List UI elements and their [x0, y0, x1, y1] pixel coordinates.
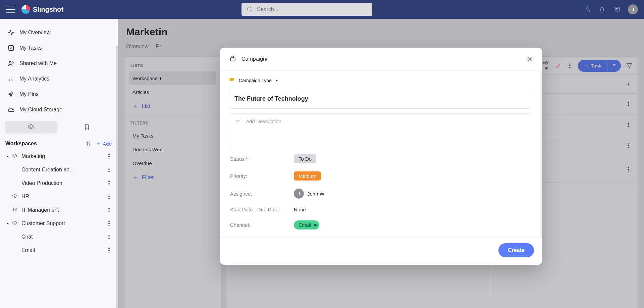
search-icon [246, 6, 253, 13]
workspaces-header: Workspaces Add [3, 138, 114, 150]
assignee-name: John W [307, 191, 324, 197]
more-icon[interactable] [106, 207, 112, 213]
search-box[interactable] [241, 3, 372, 16]
ws-customer-support[interactable]: Customer Support [3, 217, 114, 230]
bell-icon[interactable] [598, 6, 606, 13]
more-icon[interactable] [106, 247, 112, 254]
campaign-type-label: Campaign Type [239, 78, 272, 83]
priority-chip[interactable]: Medium [294, 171, 321, 181]
more-icon[interactable] [106, 166, 112, 173]
chevron-down-icon [5, 154, 10, 159]
nav-analytics[interactable]: My Analytics [3, 71, 114, 87]
brand[interactable]: Slingshot [21, 5, 63, 14]
dates-value[interactable]: None [294, 207, 306, 212]
channel-chip[interactable]: Email [294, 220, 319, 229]
description-field[interactable]: Add Description [229, 113, 531, 150]
assignee-value[interactable]: J John W [294, 189, 324, 199]
svg-marker-15 [12, 154, 17, 156]
dates-label: Start Date - Due Date: [230, 207, 294, 212]
checkbox-icon [7, 44, 15, 52]
sort-icon[interactable] [85, 140, 92, 147]
chat-icon[interactable] [613, 6, 621, 13]
more-icon[interactable] [106, 180, 112, 187]
channel-value: Email [299, 222, 311, 228]
status-field: Status:* To Do [229, 150, 531, 167]
topbar-actions: J [584, 4, 638, 14]
svg-point-24 [109, 185, 110, 186]
menu-icon[interactable] [6, 6, 15, 13]
sparkle-icon[interactable] [584, 6, 591, 13]
bookmark-icon [83, 123, 91, 131]
description-icon [234, 118, 241, 125]
ws-label: Customer Support [21, 220, 65, 226]
avatar[interactable]: J [628, 4, 638, 14]
modal-body: 🤝 Campaign Type Add Description Status:*… [220, 71, 542, 238]
add-label: Add [103, 141, 112, 147]
ws-label: Content Creation an… [21, 167, 75, 173]
add-workspace-button[interactable]: Add [95, 141, 112, 147]
cloud-icon [7, 106, 15, 113]
nav-label: Shared with Me [19, 60, 57, 66]
create-button[interactable]: Create [498, 243, 534, 257]
ws-email[interactable]: Email [3, 244, 114, 257]
activity-icon [7, 29, 15, 36]
campaign-icon [229, 55, 237, 63]
toggle-bookmarks[interactable] [61, 121, 113, 134]
status-chip[interactable]: To Do [294, 154, 316, 163]
nav-label: My Analytics [19, 76, 49, 82]
ws-label: Email [21, 247, 35, 253]
layers-icon [11, 193, 18, 200]
ws-it-management[interactable]: IT Management [3, 203, 114, 217]
ws-label: IT Management [21, 207, 59, 213]
channel-field: Channel: Email [229, 216, 531, 234]
brand-name: Slingshot [33, 6, 63, 13]
search-input[interactable] [257, 6, 368, 12]
ws-hr[interactable]: HR [3, 190, 114, 203]
svg-point-28 [109, 198, 110, 199]
svg-marker-25 [12, 194, 17, 197]
people-icon [7, 60, 15, 67]
assignee-avatar: J [294, 189, 304, 199]
create-campaign-modal: Campaign/ 🤝 Campaign Type Add Descriptio… [220, 48, 542, 265]
nav-label: My Tasks [19, 45, 42, 51]
layers-icon [11, 153, 18, 160]
nav-label: My Pins [19, 91, 39, 97]
task-title-input[interactable] [229, 89, 531, 109]
svg-rect-74 [230, 58, 235, 61]
modal-footer: Create [220, 238, 542, 265]
modal-overlay[interactable]: Campaign/ 🤝 Campaign Type Add Descriptio… [118, 19, 644, 308]
svg-point-27 [109, 196, 110, 197]
ws-label: Marketing [21, 153, 45, 159]
svg-point-23 [109, 183, 110, 184]
sidebar-scroll-handle[interactable] [116, 46, 118, 308]
close-icon[interactable] [526, 55, 533, 63]
nav-my-tasks[interactable]: My Tasks [3, 40, 114, 56]
nav-shared[interactable]: Shared with Me [3, 56, 114, 71]
ws-marketing[interactable]: Marketing [3, 150, 114, 163]
svg-point-43 [109, 252, 110, 253]
campaign-type-selector[interactable]: 🤝 Campaign Type [229, 77, 531, 84]
svg-point-41 [109, 248, 110, 249]
svg-point-42 [109, 250, 110, 251]
main-area: Marketin Overview Pr LISTS Workspace T A… [118, 19, 644, 308]
ws-chat[interactable]: Chat [3, 230, 114, 244]
ws-content-creation[interactable]: Content Creation an… [3, 163, 114, 176]
svg-point-26 [109, 195, 110, 196]
nav-cloud[interactable]: My Cloud Storage [3, 102, 114, 117]
more-icon[interactable] [106, 153, 112, 160]
priority-label: Priority: [230, 173, 294, 179]
more-icon[interactable] [106, 193, 112, 200]
toggle-workspaces[interactable] [5, 121, 57, 134]
more-icon[interactable] [106, 234, 112, 240]
nav-pins[interactable]: My Pins [3, 87, 114, 102]
workspace-tree: Marketing Content Creation an… Video Pro… [3, 150, 114, 257]
layers-icon [11, 220, 18, 227]
svg-line-1 [251, 11, 252, 12]
sidebar: My Overview My Tasks Shared with Me My A… [0, 19, 118, 308]
more-icon[interactable] [106, 220, 112, 227]
nav-my-overview[interactable]: My Overview [3, 25, 114, 40]
ws-video-production[interactable]: Video Production [3, 176, 114, 190]
svg-point-21 [109, 171, 110, 172]
assignee-field: Assignee: J John W [229, 185, 531, 203]
svg-point-0 [247, 7, 251, 11]
